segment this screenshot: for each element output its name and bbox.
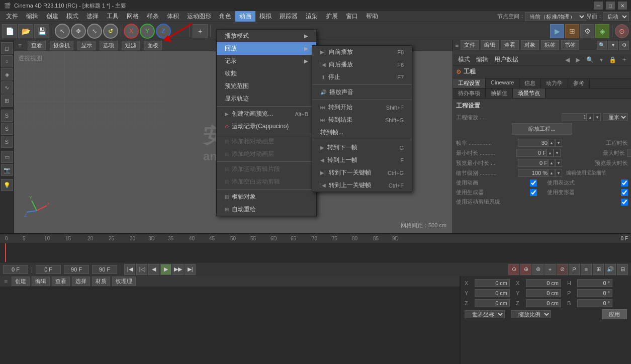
- props-edit-tab[interactable]: 编辑: [474, 55, 490, 64]
- ll-edit[interactable]: 编辑: [32, 277, 50, 286]
- props-tab-project[interactable]: 工程设置: [453, 78, 486, 88]
- menu-motion-record[interactable]: ⊙ 运动记录(Cappucino): [217, 120, 316, 133]
- scale-project-btn[interactable]: 缩放工程...: [512, 123, 572, 135]
- timeline-cfg-btn[interactable]: ⊟: [617, 264, 628, 275]
- minimize-button[interactable]: ─: [594, 2, 603, 10]
- y-axis-btn[interactable]: Y: [140, 24, 155, 39]
- render-objects-btn[interactable]: ◈: [595, 24, 609, 38]
- sound-btn[interactable]: 🔊: [605, 264, 616, 275]
- go-to-prev-key-btn[interactable]: |◁: [136, 264, 147, 275]
- menu-create-preview[interactable]: ▶ 创建动画预览... Alt+B: [217, 108, 316, 120]
- menu-mode[interactable]: 模式: [62, 11, 82, 22]
- fps-spinner-down[interactable]: ▼: [555, 139, 562, 147]
- new-btn[interactable]: 📄: [2, 24, 17, 38]
- timeline-track[interactable]: [0, 243, 631, 262]
- menu-auto-redraw[interactable]: ⊞ 自动重绘: [217, 203, 316, 216]
- menu-pivot-object[interactable]: ⊞ 枢轴对象: [217, 191, 316, 203]
- record-all-btn[interactable]: ⊕: [520, 264, 531, 275]
- menu-playback-mode[interactable]: 播放模式 ▶: [217, 30, 316, 42]
- go-to-start-btn[interactable]: |◀: [124, 264, 135, 275]
- vp-display[interactable]: 显示: [77, 41, 96, 50]
- sidebar-s1[interactable]: S: [1, 110, 13, 122]
- save-btn[interactable]: 💾: [34, 24, 49, 38]
- coord-b[interactable]: [577, 299, 612, 307]
- coord-h[interactable]: [577, 279, 612, 287]
- vp-view[interactable]: 查看: [28, 41, 46, 50]
- spinner-down[interactable]: ▼: [594, 113, 601, 121]
- prop-detail-input[interactable]: [518, 169, 548, 177]
- timeline-misc-btn[interactable]: ≡: [581, 264, 592, 275]
- menu-mesh[interactable]: 网格: [123, 11, 143, 22]
- props-nav-fwd[interactable]: ▶: [574, 56, 582, 64]
- go-to-end-btn[interactable]: ▶|: [185, 264, 196, 275]
- props-btn2[interactable]: P: [569, 264, 580, 275]
- coord-y-rot[interactable]: [526, 289, 561, 297]
- vp-camera[interactable]: 摄像机: [50, 41, 73, 50]
- z-axis-btn[interactable]: Z: [156, 24, 171, 39]
- fps-spinner-up[interactable]: ▲: [548, 139, 555, 147]
- vp-filter[interactable]: 过滤: [122, 41, 140, 50]
- start-frame-input[interactable]: [36, 265, 61, 274]
- prop-check-use-expr[interactable]: [621, 179, 628, 187]
- preview-min-down[interactable]: ▼: [555, 159, 562, 167]
- menu-spline[interactable]: 样条: [143, 11, 163, 22]
- props-filter-icon[interactable]: ▾: [598, 56, 605, 64]
- render-settings-btn[interactable]: ⚙: [580, 24, 594, 38]
- rp-objects[interactable]: 对象: [521, 40, 539, 50]
- ll-create[interactable]: 创建: [12, 277, 30, 286]
- coord-y-pos[interactable]: [475, 289, 510, 297]
- maximize-button[interactable]: □: [606, 2, 615, 10]
- sub-prev-keyframe[interactable]: |◀ 转到上一关键帧 Ctrl+F: [312, 179, 412, 192]
- min-time-spinner-up[interactable]: ▲: [547, 149, 554, 157]
- menu-render[interactable]: 渲染: [302, 11, 322, 22]
- menu-help[interactable]: 帮助: [362, 11, 382, 22]
- sub-prev-frame[interactable]: ◀ 转到上一帧 F: [312, 154, 412, 166]
- menu-simulate[interactable]: 模拟: [255, 11, 276, 22]
- search-icon[interactable]: 🔍: [597, 41, 607, 50]
- render-view-btn[interactable]: ⊞: [565, 24, 579, 38]
- menu-tools[interactable]: 工具: [103, 11, 123, 22]
- sidebar-light[interactable]: 💡: [1, 179, 13, 191]
- sidebar-nurbs[interactable]: ⊞: [1, 95, 13, 107]
- props-subtab-todo[interactable]: 待办事项: [453, 88, 486, 98]
- sub-play-sound[interactable]: 🔊 播放声音: [312, 86, 412, 99]
- props-search-icon[interactable]: 🔍: [584, 56, 596, 64]
- menu-playback[interactable]: 回放 ▶: [217, 42, 316, 55]
- menu-show-track[interactable]: 显示轨迹: [217, 93, 316, 105]
- rp-tags[interactable]: 标签: [541, 40, 559, 50]
- sidebar-s3[interactable]: S: [1, 136, 13, 148]
- sub-go-end[interactable]: ⏭ 转到结束 Shift+G: [312, 114, 412, 126]
- coord-apply-btn[interactable]: 应用: [602, 309, 627, 319]
- preview-min-up[interactable]: ▲: [548, 159, 555, 167]
- end-frame-input[interactable]: [64, 265, 89, 274]
- menu-animation[interactable]: 动画: [235, 11, 255, 22]
- coord-system-select[interactable]: 世界坐标: [465, 310, 505, 318]
- ll-texture[interactable]: 纹理理: [112, 277, 136, 286]
- total-frame-input[interactable]: [92, 265, 117, 274]
- menu-tracker[interactable]: 跟踪器: [276, 11, 302, 22]
- props-lock-icon[interactable]: 🔒: [607, 56, 618, 64]
- open-btn[interactable]: 📂: [18, 24, 33, 38]
- props-mode-tab[interactable]: 模式: [456, 55, 472, 64]
- select-tool[interactable]: ↖: [55, 24, 70, 39]
- coord-x-rot[interactable]: [526, 279, 561, 287]
- detail-up[interactable]: ▲: [548, 169, 555, 177]
- prop-max-time-input[interactable]: [627, 149, 631, 157]
- menu-create[interactable]: 创建: [42, 11, 62, 22]
- next-frame-btn[interactable]: ▶▶: [172, 264, 184, 275]
- settings-icon[interactable]: ⚙: [619, 41, 629, 50]
- coord-z-rot[interactable]: [526, 299, 561, 307]
- sidebar-cube[interactable]: ◻: [1, 42, 13, 54]
- coord-scale-select[interactable]: 缩放比例: [511, 310, 551, 318]
- ll-material[interactable]: 材质: [92, 277, 110, 286]
- menu-window[interactable]: 窗口: [342, 11, 362, 22]
- timeline-expand-btn[interactable]: ⊞: [593, 264, 604, 275]
- rotate-tool[interactable]: ↺: [103, 24, 118, 39]
- move-tool[interactable]: ✥: [71, 24, 86, 39]
- menu-file[interactable]: 文件: [2, 11, 22, 22]
- props-subtab-scene-nodes[interactable]: 场景节点: [513, 88, 546, 98]
- filter-icon[interactable]: ▾: [608, 41, 618, 50]
- detail-down[interactable]: ▼: [555, 169, 562, 177]
- record-active-btn[interactable]: ⊙: [508, 264, 519, 275]
- add-btn[interactable]: +: [193, 24, 208, 38]
